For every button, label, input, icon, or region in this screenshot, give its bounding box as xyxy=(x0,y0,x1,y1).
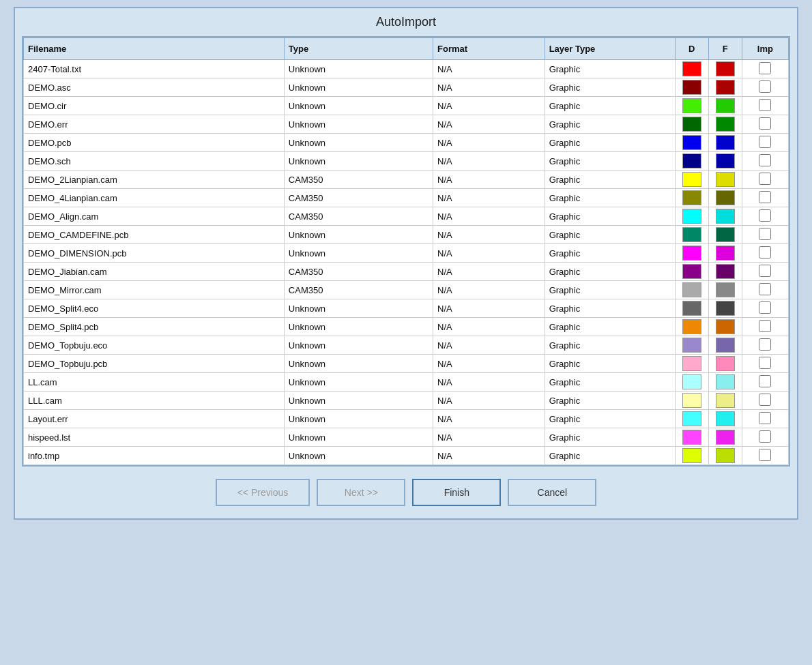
cell-imp-checkbox[interactable] xyxy=(742,207,788,226)
cell-type: Unknown xyxy=(284,244,433,263)
cell-imp-checkbox[interactable] xyxy=(742,391,788,410)
cell-color-f[interactable] xyxy=(708,60,742,78)
table-row: DEMO.schUnknownN/AGraphic xyxy=(24,152,789,171)
cell-filename: DEMO.pcb xyxy=(24,134,285,152)
table-row: DEMO.errUnknownN/AGraphic xyxy=(24,115,789,134)
finish-button[interactable]: Finish xyxy=(412,479,501,506)
cell-imp-checkbox[interactable] xyxy=(742,336,788,355)
table-row: hispeed.lstUnknownN/AGraphic xyxy=(24,428,789,447)
cell-type: Unknown xyxy=(284,391,433,410)
cell-format: N/A xyxy=(433,355,545,373)
cell-color-f[interactable] xyxy=(708,207,742,226)
cell-format: N/A xyxy=(433,373,545,391)
cell-color-f[interactable] xyxy=(708,391,742,410)
cell-color-f[interactable] xyxy=(708,152,742,171)
table-row: DEMO.pcbUnknownN/AGraphic xyxy=(24,134,789,152)
cell-color-f[interactable] xyxy=(708,115,742,134)
table-row: DEMO_Split4.ecoUnknownN/AGraphic xyxy=(24,299,789,318)
cell-color-d[interactable] xyxy=(675,207,708,226)
cell-color-f[interactable] xyxy=(708,373,742,391)
cell-imp-checkbox[interactable] xyxy=(742,373,788,391)
cell-color-f[interactable] xyxy=(708,447,742,465)
cell-filename: DEMO.sch xyxy=(24,152,285,171)
cell-layertype: Graphic xyxy=(545,171,675,189)
cell-imp-checkbox[interactable] xyxy=(742,134,788,152)
cell-imp-checkbox[interactable] xyxy=(742,226,788,244)
cell-imp-checkbox[interactable] xyxy=(742,189,788,207)
cell-color-d[interactable] xyxy=(675,447,708,465)
table-row: DEMO_Mirror.camCAM350N/AGraphic xyxy=(24,281,789,299)
cell-color-d[interactable] xyxy=(675,355,708,373)
cell-imp-checkbox[interactable] xyxy=(742,299,788,318)
cell-color-f[interactable] xyxy=(708,78,742,97)
cell-imp-checkbox[interactable] xyxy=(742,355,788,373)
cell-color-f[interactable] xyxy=(708,336,742,355)
cell-imp-checkbox[interactable] xyxy=(742,115,788,134)
next-button[interactable]: Next >> xyxy=(317,479,405,506)
cell-color-d[interactable] xyxy=(675,299,708,318)
cell-imp-checkbox[interactable] xyxy=(742,263,788,281)
cell-imp-checkbox[interactable] xyxy=(742,281,788,299)
cell-filename: DEMO_DIMENSION.pcb xyxy=(24,244,285,263)
cell-imp-checkbox[interactable] xyxy=(742,60,788,78)
cell-format: N/A xyxy=(433,226,545,244)
cell-color-f[interactable] xyxy=(708,226,742,244)
cell-color-d[interactable] xyxy=(675,115,708,134)
cell-imp-checkbox[interactable] xyxy=(742,410,788,428)
cell-color-d[interactable] xyxy=(675,263,708,281)
cell-color-d[interactable] xyxy=(675,226,708,244)
cell-type: Unknown xyxy=(284,60,433,78)
cell-type: Unknown xyxy=(284,447,433,465)
cell-color-d[interactable] xyxy=(675,336,708,355)
cell-color-d[interactable] xyxy=(675,391,708,410)
cell-imp-checkbox[interactable] xyxy=(742,318,788,336)
cell-imp-checkbox[interactable] xyxy=(742,78,788,97)
cell-color-f[interactable] xyxy=(708,428,742,447)
cell-color-d[interactable] xyxy=(675,281,708,299)
table-row: DEMO_DIMENSION.pcbUnknownN/AGraphic xyxy=(24,244,789,263)
cell-color-d[interactable] xyxy=(675,60,708,78)
cell-filename: DEMO_Topbuju.pcb xyxy=(24,355,285,373)
cell-imp-checkbox[interactable] xyxy=(742,447,788,465)
cell-format: N/A xyxy=(433,152,545,171)
cell-imp-checkbox[interactable] xyxy=(742,428,788,447)
cell-color-d[interactable] xyxy=(675,78,708,97)
cell-type: Unknown xyxy=(284,78,433,97)
cell-color-d[interactable] xyxy=(675,410,708,428)
cell-color-f[interactable] xyxy=(708,318,742,336)
cell-format: N/A xyxy=(433,60,545,78)
table-row: DEMO_4Lianpian.camCAM350N/AGraphic xyxy=(24,189,789,207)
cell-imp-checkbox[interactable] xyxy=(742,152,788,171)
cell-color-f[interactable] xyxy=(708,189,742,207)
window-title: AutoImport xyxy=(22,15,790,29)
cell-layertype: Graphic xyxy=(545,336,675,355)
cell-color-f[interactable] xyxy=(708,134,742,152)
table-row: DEMO_Align.camCAM350N/AGraphic xyxy=(24,207,789,226)
cell-color-d[interactable] xyxy=(675,97,708,115)
cell-color-f[interactable] xyxy=(708,299,742,318)
cell-color-f[interactable] xyxy=(708,244,742,263)
cell-color-d[interactable] xyxy=(675,189,708,207)
previous-button[interactable]: << Previous xyxy=(216,479,310,506)
cell-layertype: Graphic xyxy=(545,373,675,391)
cell-color-d[interactable] xyxy=(675,134,708,152)
cell-color-d[interactable] xyxy=(675,318,708,336)
cell-color-f[interactable] xyxy=(708,97,742,115)
cell-color-f[interactable] xyxy=(708,171,742,189)
cell-color-d[interactable] xyxy=(675,428,708,447)
cell-color-f[interactable] xyxy=(708,263,742,281)
cell-color-d[interactable] xyxy=(675,152,708,171)
cell-imp-checkbox[interactable] xyxy=(742,97,788,115)
cell-imp-checkbox[interactable] xyxy=(742,171,788,189)
cell-color-d[interactable] xyxy=(675,171,708,189)
cell-format: N/A xyxy=(433,391,545,410)
cell-color-f[interactable] xyxy=(708,281,742,299)
cell-type: CAM350 xyxy=(284,171,433,189)
cell-layertype: Graphic xyxy=(545,207,675,226)
cell-color-d[interactable] xyxy=(675,244,708,263)
cell-imp-checkbox[interactable] xyxy=(742,244,788,263)
cell-color-f[interactable] xyxy=(708,355,742,373)
cell-color-d[interactable] xyxy=(675,373,708,391)
cell-color-f[interactable] xyxy=(708,410,742,428)
cancel-button[interactable]: Cancel xyxy=(508,479,596,506)
